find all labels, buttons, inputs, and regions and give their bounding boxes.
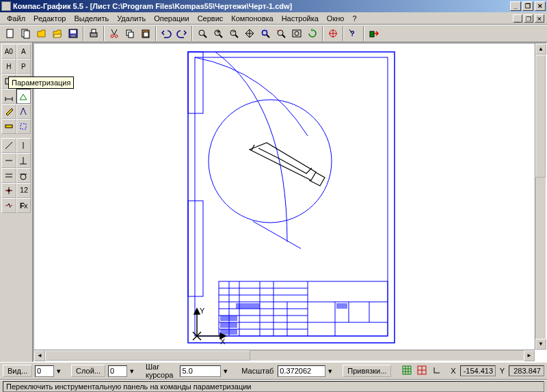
close-button[interactable]: ✕ bbox=[535, 1, 546, 11]
svg-line-24 bbox=[267, 35, 269, 38]
mdi-close-button[interactable]: ✕ bbox=[535, 14, 544, 23]
indicator-h[interactable]: H bbox=[1, 59, 16, 74]
svg-line-15 bbox=[204, 35, 206, 38]
break-tool[interactable] bbox=[1, 198, 16, 213]
titlebar: Компас-График 5.5 - [Лист С:\Program Fil… bbox=[0, 0, 547, 12]
minimize-button[interactable]: _ bbox=[510, 1, 521, 11]
menu-file[interactable]: Файл bbox=[3, 14, 29, 23]
menu-help[interactable]: ? bbox=[348, 14, 360, 23]
svg-text:12: 12 bbox=[20, 186, 28, 194]
measure-tool[interactable] bbox=[1, 119, 16, 134]
edit-tool[interactable] bbox=[1, 104, 16, 119]
open-button[interactable] bbox=[34, 26, 49, 41]
zoom-window-button[interactable] bbox=[195, 26, 210, 41]
new-doc-button[interactable] bbox=[18, 26, 34, 41]
snap-button[interactable]: Привязки... bbox=[343, 365, 391, 377]
snap-button[interactable] bbox=[325, 26, 341, 41]
svg-rect-80 bbox=[236, 303, 260, 309]
scroll-thumb-v[interactable] bbox=[535, 55, 546, 178]
undo-button[interactable] bbox=[159, 26, 174, 41]
step-input[interactable] bbox=[180, 365, 221, 377]
print-button[interactable] bbox=[86, 26, 101, 41]
svg-rect-0 bbox=[7, 29, 13, 38]
redraw-button[interactable] bbox=[305, 26, 320, 41]
formula-tool[interactable]: Fx bbox=[16, 198, 31, 213]
scroll-right-button[interactable]: ► bbox=[524, 350, 535, 361]
separator bbox=[103, 26, 105, 41]
parallel-tool[interactable] bbox=[1, 168, 16, 183]
select-tool[interactable] bbox=[16, 119, 31, 134]
scale-label: Масштаб bbox=[240, 367, 275, 375]
dropdown-icon[interactable]: ▾ bbox=[130, 367, 134, 376]
view-input[interactable] bbox=[35, 365, 54, 377]
zoom-all-button[interactable] bbox=[289, 26, 304, 41]
vline-tool[interactable] bbox=[16, 138, 31, 153]
zoom-in-button[interactable]: + bbox=[211, 26, 226, 41]
separator bbox=[155, 26, 157, 41]
scroll-down-button[interactable]: ▼ bbox=[535, 339, 546, 350]
scroll-left-button[interactable]: ◄ bbox=[34, 350, 45, 361]
layer-button[interactable]: Слой... bbox=[71, 365, 105, 377]
fix-dim-tool[interactable]: 12 bbox=[16, 183, 31, 198]
drawing-canvas[interactable]: Y X bbox=[34, 44, 546, 361]
dropdown-icon[interactable]: ▾ bbox=[224, 367, 228, 376]
axis-y-label: Y bbox=[200, 307, 205, 315]
new-button[interactable] bbox=[3, 26, 18, 41]
indicator-a[interactable]: A bbox=[16, 44, 31, 59]
parametrization-tool[interactable] bbox=[16, 89, 31, 104]
fix-point-tool[interactable] bbox=[1, 183, 16, 198]
svg-point-8 bbox=[111, 35, 114, 38]
zoom-out-button[interactable]: − bbox=[226, 26, 241, 41]
y-coord: 283.847 bbox=[509, 365, 544, 376]
zoom-prev-button[interactable] bbox=[274, 26, 289, 41]
zoom-fit-button[interactable] bbox=[258, 26, 273, 41]
horizontal-scrollbar[interactable]: ◄ ► bbox=[34, 350, 535, 361]
x-label: X bbox=[449, 367, 457, 375]
dropdown-icon[interactable]: ▾ bbox=[57, 367, 61, 376]
redo-button[interactable] bbox=[174, 26, 189, 41]
copy-button[interactable] bbox=[122, 26, 137, 41]
line-tool[interactable] bbox=[1, 138, 16, 153]
param-bar: Вид... ▾ Слой... ▾ Шаг курсора ▾ Масштаб… bbox=[0, 362, 547, 380]
dropdown-icon[interactable]: ▾ bbox=[328, 367, 332, 376]
menu-select[interactable]: Выделить bbox=[70, 14, 113, 23]
paste-button[interactable] bbox=[138, 26, 153, 41]
grid-icon[interactable] bbox=[401, 364, 414, 378]
mdi-restore-button[interactable]: ❐ bbox=[524, 14, 533, 23]
menu-window[interactable]: Окно bbox=[323, 14, 349, 23]
menu-layout[interactable]: Компоновка bbox=[227, 14, 277, 23]
exit-button[interactable] bbox=[366, 26, 382, 41]
svg-line-41 bbox=[5, 142, 12, 149]
svg-rect-11 bbox=[129, 32, 133, 38]
open2-button[interactable] bbox=[50, 26, 65, 41]
indicator-p[interactable]: P bbox=[16, 59, 31, 74]
layer-input[interactable] bbox=[108, 365, 127, 377]
perp-tool[interactable] bbox=[16, 153, 31, 168]
menu-operations[interactable]: Операции bbox=[150, 14, 193, 23]
hline-tool[interactable] bbox=[1, 153, 16, 168]
separator bbox=[83, 26, 84, 41]
indicator-a0[interactable]: A0 bbox=[1, 44, 16, 59]
mdi-minimize-button[interactable]: _ bbox=[513, 14, 522, 23]
vertical-scrollbar[interactable]: ▲ ▼ bbox=[535, 44, 546, 350]
save-button[interactable] bbox=[66, 26, 81, 41]
menu-delete[interactable]: Удалить bbox=[113, 14, 150, 23]
view-button[interactable]: Вид... bbox=[3, 365, 32, 377]
help-button[interactable]: ? bbox=[346, 26, 361, 41]
cut-button[interactable] bbox=[107, 26, 122, 41]
menu-settings[interactable]: Настройка bbox=[278, 14, 323, 23]
title-text: Компас-График 5.5 - [Лист С:\Program Fil… bbox=[13, 2, 510, 10]
maximize-button[interactable]: ❐ bbox=[522, 1, 533, 11]
menu-service[interactable]: Сервис bbox=[194, 14, 228, 23]
scroll-thumb-h[interactable] bbox=[45, 350, 250, 361]
svg-rect-83 bbox=[220, 329, 237, 335]
tangent-tool[interactable] bbox=[16, 168, 31, 183]
scroll-up-button[interactable]: ▲ bbox=[535, 44, 546, 55]
scale-input[interactable] bbox=[278, 365, 325, 377]
ucs-icon[interactable] bbox=[431, 364, 444, 378]
compass-tool[interactable] bbox=[16, 104, 31, 119]
dimension-tool[interactable] bbox=[1, 89, 16, 104]
menu-editor[interactable]: Редактор bbox=[29, 14, 70, 23]
grid2-icon[interactable] bbox=[416, 364, 429, 378]
pan-button[interactable] bbox=[242, 26, 257, 41]
